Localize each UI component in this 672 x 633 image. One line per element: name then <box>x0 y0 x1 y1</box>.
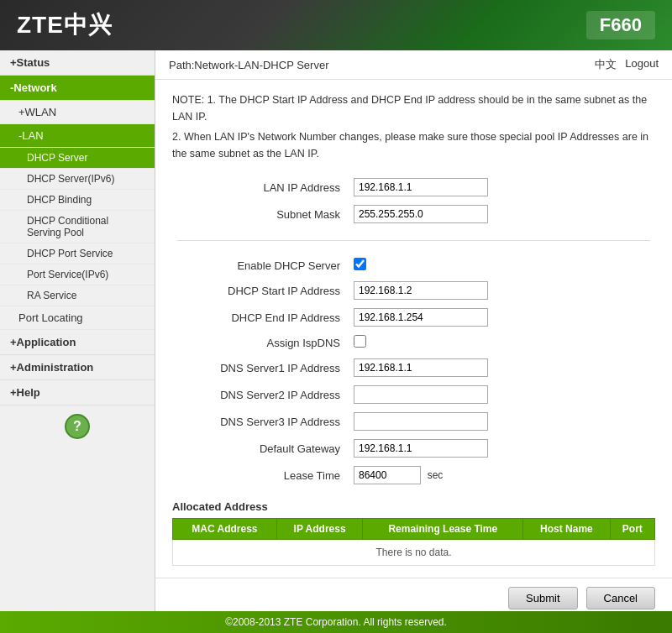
form-table: LAN IP Address Subnet Mask Enable DHCP S… <box>172 174 655 489</box>
sidebar-subitem-dhcp-port[interactable]: DHCP Port Service <box>0 243 155 264</box>
sidebar-item-lan[interactable]: -LAN <box>0 124 155 148</box>
dhcp-end-row: DHCP End IP Address <box>172 304 655 331</box>
page-footer: ©2008-2013 ZTE Corporation. All rights r… <box>0 611 672 633</box>
lease-row: Lease Time sec <box>172 462 655 489</box>
dns3-row: DNS Server3 IP Address <box>172 408 655 435</box>
dns3-input[interactable] <box>354 412 488 431</box>
lease-unit: sec <box>428 469 444 481</box>
gateway-row: Default Gateway <box>172 435 655 462</box>
sidebar-item-network[interactable]: -Network <box>0 76 155 101</box>
model-label: F660 <box>586 11 655 39</box>
allocated-address-section: Allocated Address MAC Address IP Address… <box>172 500 655 566</box>
subnet-mask-label: Subnet Mask <box>172 201 349 228</box>
submit-button[interactable]: Submit <box>508 587 577 609</box>
dhcp-end-input[interactable] <box>354 308 488 327</box>
sidebar-item-status[interactable]: +Status <box>0 50 155 76</box>
dns1-label: DNS Server1 IP Address <box>172 354 349 381</box>
logout-button[interactable]: Logout <box>625 57 659 72</box>
sidebar-item-port-locating[interactable]: Port Locating <box>0 306 155 330</box>
sidebar: +Status -Network +WLAN -LAN DHCP Server … <box>0 50 155 633</box>
subnet-mask-row: Subnet Mask <box>172 201 655 228</box>
no-data-cell: There is no data. <box>173 540 655 566</box>
gateway-label: Default Gateway <box>172 435 349 462</box>
help-button[interactable]: ? <box>65 414 90 439</box>
layout: +Status -Network +WLAN -LAN DHCP Server … <box>0 50 672 633</box>
sidebar-subitem-dhcp-server-ipv6[interactable]: DHCP Server(IPv6) <box>0 169 155 190</box>
gateway-input[interactable] <box>354 439 488 458</box>
assign-ispdns-label: Assign IspDNS <box>172 331 349 354</box>
sidebar-item-administration[interactable]: +Administration <box>0 355 155 380</box>
lan-ip-label: LAN IP Address <box>172 174 349 201</box>
copyright: ©2008-2013 ZTE Corporation. All rights r… <box>225 616 447 628</box>
header: ZTE中兴 F660 <box>0 0 672 50</box>
dhcp-start-label: DHCP Start IP Address <box>172 277 349 304</box>
dns1-input[interactable] <box>354 358 488 377</box>
dns2-input[interactable] <box>354 385 488 404</box>
no-data-row: There is no data. <box>173 540 655 566</box>
col-mac: MAC Address <box>173 519 277 540</box>
col-hostname: Host Name <box>523 519 611 540</box>
dhcp-start-input[interactable] <box>354 281 488 300</box>
enable-dhcp-row: Enable DHCP Server <box>172 254 655 277</box>
sidebar-item-wlan[interactable]: +WLAN <box>0 101 155 124</box>
assign-ispdns-row: Assign IspDNS <box>172 331 655 354</box>
dhcp-start-row: DHCP Start IP Address <box>172 277 655 304</box>
sidebar-subitem-dhcp-conditional[interactable]: DHCP Conditional Serving Pool <box>0 211 155 243</box>
logo: ZTE中兴 <box>17 9 113 41</box>
col-port: Port <box>610 519 654 540</box>
dhcp-end-label: DHCP End IP Address <box>172 304 349 331</box>
cancel-button[interactable]: Cancel <box>586 587 655 609</box>
path-bar: Path:Network-LAN-DHCP Server 中文 Logout <box>155 50 672 80</box>
enable-dhcp-checkbox[interactable] <box>354 258 366 270</box>
dns2-row: DNS Server2 IP Address <box>172 381 655 408</box>
dns1-row: DNS Server1 IP Address <box>172 354 655 381</box>
sidebar-subitem-ra-service[interactable]: RA Service <box>0 285 155 306</box>
notes: NOTE: 1. The DHCP Start IP Address and D… <box>172 92 655 162</box>
dns2-label: DNS Server2 IP Address <box>172 381 349 408</box>
sidebar-item-application[interactable]: +Application <box>0 330 155 355</box>
main-content: Path:Network-LAN-DHCP Server 中文 Logout N… <box>155 50 672 633</box>
sidebar-item-help[interactable]: +Help <box>0 380 155 405</box>
sidebar-subitem-dhcp-binding[interactable]: DHCP Binding <box>0 190 155 211</box>
lang-logout-area: 中文 Logout <box>595 57 659 72</box>
lease-label: Lease Time <box>172 462 349 489</box>
note1: NOTE: 1. The DHCP Start IP Address and D… <box>172 92 655 125</box>
col-lease: Remaining Lease Time <box>363 519 523 540</box>
enable-dhcp-label: Enable DHCP Server <box>172 254 349 277</box>
col-ip: IP Address <box>276 519 363 540</box>
note2: 2. When LAN IP's Network Number changes,… <box>172 128 655 162</box>
subnet-mask-input[interactable] <box>354 205 488 223</box>
allocated-address-title: Allocated Address <box>172 500 655 513</box>
lease-input[interactable] <box>354 466 421 484</box>
content-area: NOTE: 1. The DHCP Start IP Address and D… <box>155 80 672 578</box>
breadcrumb: Path:Network-LAN-DHCP Server <box>169 59 328 71</box>
lang-switch[interactable]: 中文 <box>595 57 617 72</box>
allocated-table: MAC Address IP Address Remaining Lease T… <box>172 518 655 566</box>
lan-ip-input[interactable] <box>354 178 488 196</box>
sidebar-subitem-dhcp-server[interactable]: DHCP Server <box>0 148 155 169</box>
lan-ip-row: LAN IP Address <box>172 174 655 201</box>
assign-ispdns-checkbox[interactable] <box>354 335 366 348</box>
sidebar-subitem-port-ipv6[interactable]: Port Service(IPv6) <box>0 264 155 285</box>
dns3-label: DNS Server3 IP Address <box>172 408 349 435</box>
